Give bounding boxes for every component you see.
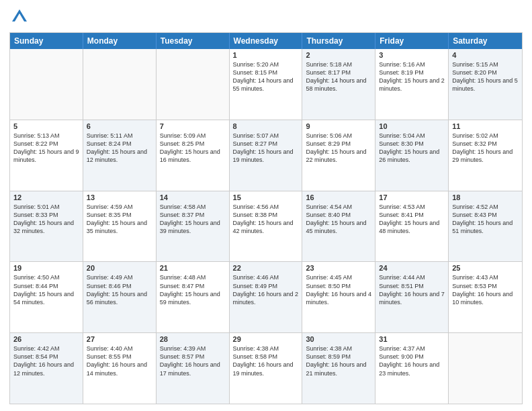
cell-info: Sunrise: 4:49 AM Sunset: 8:46 PM Dayligh…	[87, 273, 152, 306]
calendar-cell-empty-0-2	[157, 49, 230, 120]
day-number: 24	[379, 264, 445, 272]
calendar-cell-day-27: 27Sunrise: 4:40 AM Sunset: 8:55 PM Dayli…	[83, 333, 157, 404]
calendar-cell-day-9: 9Sunrise: 5:06 AM Sunset: 8:29 PM Daylig…	[302, 120, 375, 191]
day-number: 4	[452, 51, 519, 59]
day-number: 27	[87, 335, 152, 343]
calendar-cell-day-29: 29Sunrise: 4:38 AM Sunset: 8:58 PM Dayli…	[230, 333, 303, 404]
day-number: 28	[160, 335, 226, 343]
calendar: SundayMondayTuesdayWednesdayThursdayFrid…	[9, 32, 523, 404]
calendar-cell-day-30: 30Sunrise: 4:38 AM Sunset: 8:59 PM Dayli…	[302, 333, 375, 404]
header	[9, 7, 523, 27]
calendar-row-4: 26Sunrise: 4:42 AM Sunset: 8:54 PM Dayli…	[10, 332, 522, 404]
header-day-sunday: Sunday	[10, 33, 83, 49]
calendar-cell-day-31: 31Sunrise: 4:37 AM Sunset: 9:00 PM Dayli…	[375, 333, 449, 404]
calendar-cell-day-7: 7Sunrise: 5:09 AM Sunset: 8:25 PM Daylig…	[157, 120, 230, 191]
cell-info: Sunrise: 4:56 AM Sunset: 8:38 PM Dayligh…	[233, 203, 299, 236]
cell-info: Sunrise: 5:07 AM Sunset: 8:27 PM Dayligh…	[233, 132, 299, 165]
day-number: 31	[379, 335, 445, 343]
cell-info: Sunrise: 4:59 AM Sunset: 8:35 PM Dayligh…	[87, 203, 152, 236]
calendar-row-1: 5Sunrise: 5:13 AM Sunset: 8:22 PM Daylig…	[10, 120, 522, 191]
cell-info: Sunrise: 4:45 AM Sunset: 8:50 PM Dayligh…	[306, 273, 371, 306]
calendar-cell-day-11: 11Sunrise: 5:02 AM Sunset: 8:32 PM Dayli…	[449, 120, 522, 191]
calendar-cell-day-15: 15Sunrise: 4:56 AM Sunset: 8:38 PM Dayli…	[230, 191, 303, 262]
cell-info: Sunrise: 4:39 AM Sunset: 8:57 PM Dayligh…	[160, 345, 226, 377]
cell-info: Sunrise: 5:13 AM Sunset: 8:22 PM Dayligh…	[13, 132, 79, 165]
day-number: 18	[452, 193, 519, 201]
calendar-cell-empty-0-0	[10, 49, 83, 120]
header-day-saturday: Saturday	[449, 33, 522, 49]
cell-info: Sunrise: 5:11 AM Sunset: 8:24 PM Dayligh…	[87, 132, 152, 165]
day-number: 1	[233, 51, 299, 59]
cell-info: Sunrise: 5:01 AM Sunset: 8:33 PM Dayligh…	[13, 203, 79, 236]
calendar-cell-empty-4-6	[449, 333, 522, 404]
day-number: 20	[87, 264, 152, 272]
cell-info: Sunrise: 4:44 AM Sunset: 8:51 PM Dayligh…	[379, 273, 445, 306]
calendar-cell-day-10: 10Sunrise: 5:04 AM Sunset: 8:30 PM Dayli…	[375, 120, 449, 191]
cell-info: Sunrise: 4:52 AM Sunset: 8:43 PM Dayligh…	[452, 203, 519, 236]
cell-info: Sunrise: 5:02 AM Sunset: 8:32 PM Dayligh…	[452, 132, 519, 165]
calendar-cell-day-8: 8Sunrise: 5:07 AM Sunset: 8:27 PM Daylig…	[230, 120, 303, 191]
calendar-cell-day-28: 28Sunrise: 4:39 AM Sunset: 8:57 PM Dayli…	[157, 333, 230, 404]
calendar-cell-day-16: 16Sunrise: 4:54 AM Sunset: 8:40 PM Dayli…	[302, 191, 375, 262]
day-number: 22	[233, 264, 299, 272]
calendar-cell-day-3: 3Sunrise: 5:16 AM Sunset: 8:19 PM Daylig…	[375, 49, 449, 120]
day-number: 14	[160, 193, 226, 201]
cell-info: Sunrise: 4:58 AM Sunset: 8:37 PM Dayligh…	[160, 203, 226, 236]
calendar-body: 1Sunrise: 5:20 AM Sunset: 8:15 PM Daylig…	[10, 49, 522, 404]
cell-info: Sunrise: 4:48 AM Sunset: 8:47 PM Dayligh…	[160, 273, 226, 306]
calendar-cell-day-13: 13Sunrise: 4:59 AM Sunset: 8:35 PM Dayli…	[83, 191, 157, 262]
cell-info: Sunrise: 4:40 AM Sunset: 8:55 PM Dayligh…	[87, 345, 152, 377]
calendar-cell-day-24: 24Sunrise: 4:44 AM Sunset: 8:51 PM Dayli…	[375, 262, 449, 332]
calendar-row-2: 12Sunrise: 5:01 AM Sunset: 8:33 PM Dayli…	[10, 191, 522, 262]
cell-info: Sunrise: 5:16 AM Sunset: 8:19 PM Dayligh…	[379, 60, 445, 93]
day-number: 21	[160, 264, 226, 272]
cell-info: Sunrise: 5:20 AM Sunset: 8:15 PM Dayligh…	[233, 60, 299, 93]
calendar-cell-day-18: 18Sunrise: 4:52 AM Sunset: 8:43 PM Dayli…	[449, 191, 522, 262]
cell-info: Sunrise: 4:38 AM Sunset: 8:59 PM Dayligh…	[306, 345, 371, 377]
page: SundayMondayTuesdayWednesdayThursdayFrid…	[0, 0, 532, 411]
calendar-cell-day-23: 23Sunrise: 4:45 AM Sunset: 8:50 PM Dayli…	[302, 262, 375, 332]
cell-info: Sunrise: 4:42 AM Sunset: 8:54 PM Dayligh…	[13, 345, 79, 377]
cell-info: Sunrise: 5:15 AM Sunset: 8:20 PM Dayligh…	[452, 60, 519, 93]
day-number: 15	[233, 193, 299, 201]
cell-info: Sunrise: 4:46 AM Sunset: 8:49 PM Dayligh…	[233, 273, 299, 306]
calendar-row-3: 19Sunrise: 4:50 AM Sunset: 8:44 PM Dayli…	[10, 261, 522, 332]
calendar-cell-day-4: 4Sunrise: 5:15 AM Sunset: 8:20 PM Daylig…	[449, 49, 522, 120]
calendar-row-0: 1Sunrise: 5:20 AM Sunset: 8:15 PM Daylig…	[10, 49, 522, 120]
calendar-cell-empty-0-1	[83, 49, 157, 120]
calendar-cell-day-25: 25Sunrise: 4:43 AM Sunset: 8:53 PM Dayli…	[449, 262, 522, 332]
cell-info: Sunrise: 5:04 AM Sunset: 8:30 PM Dayligh…	[379, 132, 445, 165]
calendar-cell-day-1: 1Sunrise: 5:20 AM Sunset: 8:15 PM Daylig…	[230, 49, 303, 120]
cell-info: Sunrise: 5:06 AM Sunset: 8:29 PM Dayligh…	[306, 132, 371, 165]
calendar-cell-day-5: 5Sunrise: 5:13 AM Sunset: 8:22 PM Daylig…	[10, 120, 83, 191]
header-day-friday: Friday	[375, 33, 449, 49]
day-number: 17	[379, 193, 445, 201]
cell-info: Sunrise: 4:38 AM Sunset: 8:58 PM Dayligh…	[233, 345, 299, 377]
day-number: 11	[452, 122, 519, 130]
day-number: 8	[233, 122, 299, 130]
calendar-cell-day-2: 2Sunrise: 5:18 AM Sunset: 8:17 PM Daylig…	[302, 49, 375, 120]
day-number: 23	[306, 264, 371, 272]
day-number: 16	[306, 193, 371, 201]
day-number: 25	[452, 264, 519, 272]
day-number: 7	[160, 122, 226, 130]
logo-icon	[9, 7, 30, 27]
day-number: 2	[306, 51, 371, 59]
day-number: 6	[87, 122, 152, 130]
cell-info: Sunrise: 4:43 AM Sunset: 8:53 PM Dayligh…	[452, 273, 519, 306]
day-number: 3	[379, 51, 445, 59]
header-day-thursday: Thursday	[302, 33, 375, 49]
day-number: 30	[306, 335, 371, 343]
calendar-cell-day-26: 26Sunrise: 4:42 AM Sunset: 8:54 PM Dayli…	[10, 333, 83, 404]
cell-info: Sunrise: 5:09 AM Sunset: 8:25 PM Dayligh…	[160, 132, 226, 165]
calendar-cell-day-14: 14Sunrise: 4:58 AM Sunset: 8:37 PM Dayli…	[157, 191, 230, 262]
logo	[9, 7, 32, 27]
calendar-cell-day-6: 6Sunrise: 5:11 AM Sunset: 8:24 PM Daylig…	[83, 120, 157, 191]
day-number: 13	[87, 193, 152, 201]
header-day-wednesday: Wednesday	[230, 33, 303, 49]
calendar-cell-day-17: 17Sunrise: 4:53 AM Sunset: 8:41 PM Dayli…	[375, 191, 449, 262]
cell-info: Sunrise: 4:54 AM Sunset: 8:40 PM Dayligh…	[306, 203, 371, 236]
day-number: 12	[13, 193, 79, 201]
header-day-tuesday: Tuesday	[157, 33, 230, 49]
calendar-cell-day-12: 12Sunrise: 5:01 AM Sunset: 8:33 PM Dayli…	[10, 191, 83, 262]
